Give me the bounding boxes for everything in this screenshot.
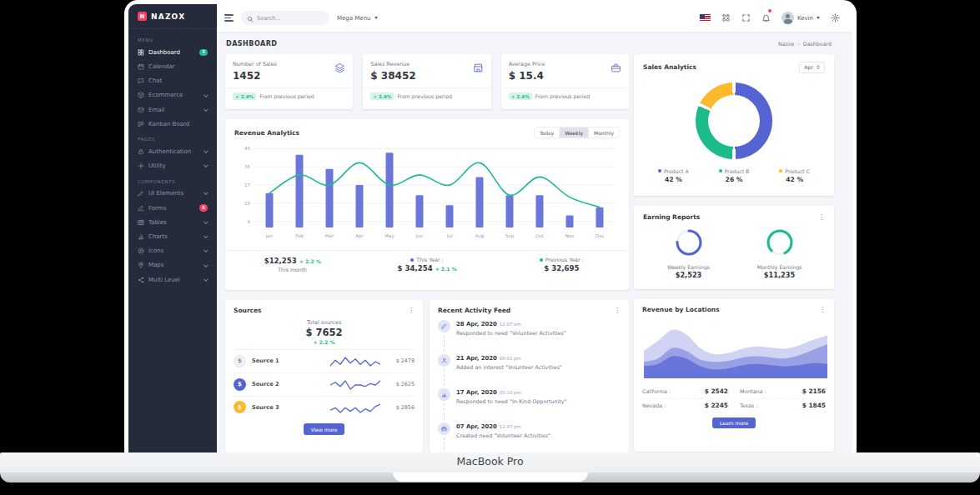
earning-item-monthly: Monthly Earnings$11,235: [734, 228, 825, 279]
revenue-locations-card: Revenue by Locations ⋮ California :$ 254…: [634, 299, 834, 452]
stat-card-title: Sales Revenue: [370, 61, 415, 68]
avatar: [781, 12, 794, 24]
icons-icon: [138, 248, 144, 254]
source-sparkline-chart: [330, 354, 380, 368]
earning-reports-row: Weekly Earnings$2,523Monthly Earnings$11…: [643, 228, 825, 279]
source-row-1[interactable]: $Source 1$ 2478: [234, 349, 415, 372]
maps-icon: [138, 262, 144, 268]
chevron-down-icon: [817, 17, 820, 19]
sidebar-item-ui-elements[interactable]: UI Elements: [128, 187, 217, 201]
feed-item-3: 17 Apr, 202005:10 pmResponded to need "I…: [438, 388, 621, 422]
stat-card-footer: + 2.4%From previous period: [363, 88, 490, 104]
chevron-down-icon: [204, 148, 209, 152]
sidebar-item-ecommerce[interactable]: Ecommerce: [128, 88, 217, 102]
chevron-down-icon: [204, 233, 209, 238]
month-select[interactable]: Apr: [799, 62, 825, 73]
fullscreen-icon[interactable]: [741, 13, 751, 22]
legend-percent: 42 %: [643, 176, 704, 183]
sidebar-item-charts[interactable]: Charts: [128, 229, 217, 243]
svg-text:36: 36: [244, 164, 250, 169]
stat-card-body: Sales Revenue$ 38452: [363, 54, 490, 82]
location-stat-texas: Texas :$ 1845: [740, 399, 826, 412]
trend-badge: + 2.4%: [233, 92, 256, 100]
language-flag-icon[interactable]: [700, 14, 711, 22]
tab-weekly[interactable]: Weekly: [559, 128, 588, 138]
sidebar-item-calendar[interactable]: Calendar: [128, 59, 217, 73]
sidebar-badge: 8: [199, 204, 208, 211]
mega-menu[interactable]: Mega Menu: [337, 15, 378, 22]
this-month-stat: $12,253+ 2.2 % This month: [225, 257, 359, 272]
apps-grid-icon[interactable]: [721, 13, 731, 22]
sidebar-item-utility[interactable]: Utility: [128, 159, 217, 173]
notifications-bell-icon[interactable]: [761, 10, 771, 26]
stat-card-title: Average Price: [509, 61, 545, 68]
search-input[interactable]: [257, 15, 324, 22]
sidebar-item-maps[interactable]: Maps: [128, 258, 217, 272]
sidebar-section-title: COMPONENTS: [128, 173, 217, 187]
source-row-3[interactable]: $Source 3$ 2856: [234, 396, 415, 419]
tab-monthly[interactable]: Monthly: [588, 128, 619, 138]
sidebar-item-icons[interactable]: Icons: [128, 244, 217, 258]
svg-text:27: 27: [244, 182, 250, 188]
sidebar-item-label: Multi Level: [148, 277, 200, 283]
sidebar-item-multi-level[interactable]: Multi Level: [128, 272, 217, 287]
feed-date: 07 Apr, 202012:47 pm: [456, 423, 550, 430]
trend-badge: + 2.4%: [370, 92, 394, 100]
view-more-button[interactable]: View more: [304, 423, 345, 435]
kebab-menu-icon[interactable]: ⋮: [614, 308, 621, 314]
legend-label: Product B: [704, 168, 765, 174]
stat-card-footer: + 2.4%From previous period: [225, 88, 353, 104]
feed-text: Responded to need "In-Kind Opportunity": [456, 398, 567, 405]
svg-text:Apr: Apr: [355, 233, 364, 239]
breadcrumb-root[interactable]: Nazox: [778, 41, 794, 47]
sidebar-item-tables[interactable]: Tables: [128, 215, 217, 229]
page-title: DASHBOARD: [226, 40, 277, 48]
feed-text: Responded to need "Volunteer Activities": [456, 330, 566, 337]
macbook-base: MacBook Pro: [0, 452, 980, 472]
search-box[interactable]: [241, 11, 329, 25]
location-stat-california: California :$ 2542: [642, 385, 728, 399]
feed-date: 21 Apr, 202008:01 pm: [456, 355, 562, 362]
stat-card-average-price: Average Price$ 15.4+ 2.4%From previous p…: [501, 54, 629, 109]
svg-text:May: May: [384, 233, 395, 239]
source-row-2[interactable]: $Source 2$ 2625: [234, 372, 415, 396]
dashboard-icon: [138, 49, 144, 56]
learn-more-button[interactable]: Learn more: [712, 418, 756, 429]
month-select-value: Apr: [804, 64, 813, 70]
charts-icon: [138, 233, 144, 240]
kebab-menu-icon[interactable]: ⋮: [818, 214, 825, 221]
kebab-menu-icon[interactable]: ⋮: [819, 307, 826, 313]
stat-card-title: Number of Sales: [233, 61, 277, 68]
stat-card-top: Number of Sales1452: [233, 61, 345, 82]
feed-body: 21 Apr, 202008:01 pmAdded an interest "V…: [456, 354, 562, 388]
svg-text:Mar: Mar: [325, 233, 334, 238]
brand[interactable]: N NAZOX: [128, 4, 217, 29]
svg-text:Jan: Jan: [265, 233, 274, 239]
sidebar-item-kanban-board[interactable]: Kanban Board: [128, 117, 217, 131]
sidebar-item-chat[interactable]: Chat: [128, 74, 217, 88]
sidebar-item-forms[interactable]: Forms8: [128, 201, 217, 215]
timeline-connector: [444, 335, 445, 352]
sidebar-item-email[interactable]: Email: [128, 102, 217, 117]
chevron-down-icon: [204, 163, 209, 168]
legend-item-product-b: Product B26 %: [704, 168, 765, 183]
tab-today[interactable]: Today: [535, 128, 559, 138]
layers-icon: [334, 61, 345, 77]
updown-arrows-icon: [817, 65, 820, 69]
feed-text: Created need "Volunteer Activities": [456, 432, 550, 439]
settings-gear-icon[interactable]: [831, 13, 840, 22]
sidebar-item-label: Chat: [148, 78, 208, 84]
sidebar-item-authentication[interactable]: Authentication: [128, 144, 217, 158]
feed-item-1: 28 Apr, 202012:07 amResponded to need "V…: [438, 320, 621, 354]
breadcrumb-current: Dashboard: [803, 41, 832, 47]
source-label: Source 1: [252, 358, 324, 364]
feed-body: 07 Apr, 202012:47 pmCreated need "Volunt…: [456, 422, 550, 452]
user-menu[interactable]: Kevin: [781, 12, 820, 24]
svg-text:Oct: Oct: [535, 233, 544, 238]
menu-toggle-icon[interactable]: [224, 14, 234, 22]
user-name: Kevin: [797, 15, 813, 22]
svg-text:Aug: Aug: [475, 233, 485, 239]
sidebar-item-dashboard[interactable]: Dashboard3: [128, 45, 217, 59]
topbar: Mega Menu Kevin: [217, 4, 852, 32]
kebab-menu-icon[interactable]: ⋮: [408, 308, 415, 314]
